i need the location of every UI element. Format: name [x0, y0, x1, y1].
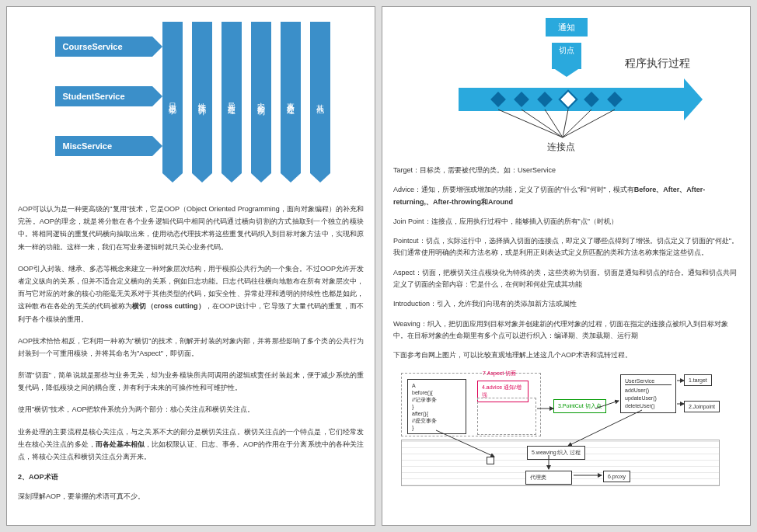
page-2: 通知 切点 程序执行过程 连接点 Target：目标类，需要被代理的类。如：Us…: [382, 6, 751, 526]
term-weaving: Weaving：织入，把切面应用到目标对象并创建新的代理对象的过程，切面在指定的…: [393, 318, 739, 342]
term-aspect: Aspect：切面，把横切关注点模块化为特殊的类，这些类称为切面。切面是通知和切…: [393, 267, 739, 291]
paragraph-6: 业务处理的主要流程是核心关注点，与之关系不大的部分是横切关注点。横切关注点的一个…: [18, 426, 364, 464]
term-joinpoint: Join Point：连接点，应用执行过程中，能够插入切面的所有"点"（时机）: [393, 216, 739, 228]
concern-arrow-other: 其他: [310, 22, 330, 173]
term-target: Target：目标类，需要被代理的类。如：UserService: [393, 165, 739, 176]
paragraph-1: AOP可以认为是一种更高级的"复用"技术，它是OOP（Object Orient…: [18, 203, 364, 253]
concern-arrow-log: 日志记录: [162, 22, 183, 173]
pointcut-box2: 3.PointCut 切入点: [553, 399, 606, 413]
weaving-box: 5.weaving 织入 过程: [527, 446, 585, 460]
connector-lines: [485, 108, 637, 142]
aop-flow-diagram: A before(){ //记录事务 } after(){ //提交事务 } 7…: [393, 370, 727, 490]
process-label: 程序执行过程: [625, 57, 690, 71]
paragraph-3: AOP技术恰恰相反，它利用一种称为"横切"的技术，剖解开封装的对象内部，并将那些…: [18, 335, 364, 360]
concern-arrow-tx: 事务处理: [281, 22, 301, 173]
term-pointcut: Pointcut：切点，实际运行中，选择插入切面的连接点，即定义了哪些点得到了增…: [393, 235, 739, 259]
pointcut-dashbox: [477, 398, 536, 435]
userservice-box: UserService addUser() updateUser() delet…: [620, 374, 676, 413]
service-arrow-course: CourseService: [55, 37, 152, 57]
pointcut-box: 切点: [552, 43, 581, 69]
concern-arrow-perf: 性能统计: [192, 22, 212, 173]
concern-arrow-security: 安全控制: [251, 22, 271, 173]
execution-flow-diagram: 通知 切点 程序执行过程 连接点: [399, 18, 734, 154]
joinpoint-box: 2.Joinpoint: [684, 401, 720, 412]
service-arrow-misc: MiscService: [55, 136, 152, 156]
target-box: 1.target: [684, 374, 712, 386]
aop-cross-diagram: CourseService StudentService MiscService…: [24, 18, 358, 189]
paragraph-7: 深刻理解AOP，要掌握的术语可真不少。: [18, 490, 364, 502]
service-arrow-student: StudentService: [55, 86, 152, 106]
square-icon: [487, 457, 494, 464]
proxyclass-box: 代理类: [525, 471, 572, 485]
notice-box: 通知: [546, 18, 588, 37]
paragraph-4: 所谓"切面"，简单说就是那些与业务无关，却为业务模块所共同调用的逻辑或责任封装起…: [18, 369, 364, 394]
proxy-box: 6.proxy: [603, 471, 630, 482]
advice-code-box: A before(){ //记录事务 } after(){ //提交事务 }: [407, 379, 466, 435]
joinpoint-label: 连接点: [547, 141, 575, 154]
label-aspect: 7.Aspect 切面: [483, 370, 516, 377]
paragraph-5: 使用"横切"技术，AOP把软件系统分为两个部分：核心关注点和横切关注点。: [18, 403, 364, 416]
term-introduction: Introduction：引入，允许我们向现有的类添加新方法或属性: [393, 298, 739, 310]
page-1: CourseService StudentService MiscService…: [6, 6, 375, 526]
concern-arrow-exception: 异常处理: [222, 22, 242, 173]
ref-text: 下面参考自网上图片，可以比较直观地理解上述这几个AOP术语和流转过程。: [393, 349, 739, 361]
term-advice: Advice：通知，所要增强或增加的功能，定义了切面的"什么"和"何时"，模式有…: [393, 184, 739, 208]
paragraph-2: OOP引入封装、继承、多态等概念来建立一种对象层次结构，用于模拟公共行为的一个集…: [18, 263, 364, 325]
heading-aop-terms: 2、AOP术语: [18, 472, 364, 482]
